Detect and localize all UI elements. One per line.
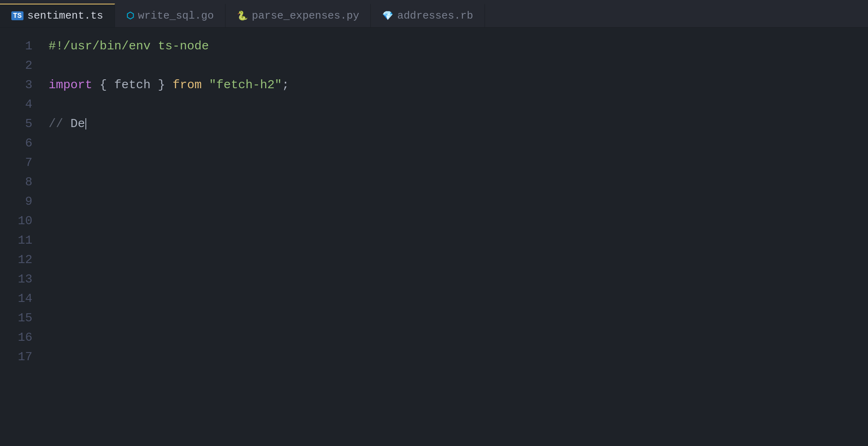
space2 [107, 75, 114, 95]
go-icon: ⬡ [126, 11, 134, 21]
code-line-11 [49, 231, 860, 250]
rb-icon: 💎 [382, 11, 393, 21]
tab-label-write-sql-go: write_sql.go [138, 10, 214, 22]
line-numbers: 1 2 3 4 5 6 7 8 9 10 11 12 13 14 15 16 1… [0, 32, 40, 446]
code-line-6 [49, 134, 860, 153]
code-line-5: // De [49, 114, 860, 134]
py-icon: 🐍 [237, 11, 248, 21]
tab-write-sql-go[interactable]: ⬡ write_sql.go [115, 4, 226, 27]
line-num-17: 17 [16, 347, 32, 367]
line-num-4: 4 [16, 95, 32, 114]
from-keyword: from [172, 75, 202, 95]
space4 [165, 75, 172, 95]
text-cursor [85, 118, 86, 130]
tab-label-parse-expenses-py: parse_expenses.py [252, 10, 359, 22]
shebang-token: #!/usr/bin/env ts-node [49, 36, 209, 56]
code-line-3: import { fetch } from "fetch-h2" ; [49, 75, 860, 95]
code-line-14 [49, 289, 860, 308]
tab-sentiment-ts[interactable]: TS sentiment.ts [0, 4, 115, 27]
open-brace: { [100, 75, 107, 95]
code-line-10 [49, 211, 860, 231]
line-num-1: 1 [16, 36, 32, 56]
line-num-14: 14 [16, 289, 32, 308]
close-brace: } [158, 75, 165, 95]
line-num-11: 11 [16, 231, 32, 250]
import-string: "fetch-h2" [209, 75, 282, 95]
fetch-identifier: fetch [114, 75, 151, 95]
comment-text: De [63, 114, 85, 134]
line-num-3: 3 [16, 75, 32, 95]
code-content[interactable]: #!/usr/bin/env ts-node import { fetch } … [40, 32, 868, 446]
line-num-15: 15 [16, 308, 32, 328]
space5 [202, 75, 209, 95]
line-num-6: 6 [16, 134, 32, 153]
code-area[interactable]: 1 2 3 4 5 6 7 8 9 10 11 12 13 14 15 16 1… [0, 28, 868, 446]
line-num-13: 13 [16, 270, 32, 289]
editor-container: TS sentiment.ts ⬡ write_sql.go 🐍 parse_e… [0, 0, 868, 446]
line-num-10: 10 [16, 211, 32, 231]
code-line-17 [49, 347, 860, 367]
line-num-16: 16 [16, 328, 32, 347]
code-line-7 [49, 153, 860, 172]
code-line-16 [49, 328, 860, 347]
line-num-8: 8 [16, 172, 32, 192]
line-num-7: 7 [16, 153, 32, 172]
code-line-12 [49, 250, 860, 270]
semicolon: ; [282, 75, 289, 95]
line-num-9: 9 [16, 192, 32, 211]
tab-label-sentiment-ts: sentiment.ts [28, 10, 103, 22]
import-keyword: import [49, 75, 92, 95]
space1 [92, 75, 100, 95]
code-line-2 [49, 56, 860, 75]
line-num-2: 2 [16, 56, 32, 75]
space3 [151, 75, 158, 95]
code-line-15 [49, 308, 860, 328]
tab-addresses-rb[interactable]: 💎 addresses.rb [371, 4, 485, 27]
ts-icon: TS [11, 11, 23, 20]
tab-bar: TS sentiment.ts ⬡ write_sql.go 🐍 parse_e… [0, 0, 868, 28]
tab-parse-expenses-py[interactable]: 🐍 parse_expenses.py [226, 4, 371, 27]
line-num-12: 12 [16, 250, 32, 270]
comment-slashes: // [49, 114, 63, 134]
line-num-5: 5 [16, 114, 32, 134]
code-line-1: #!/usr/bin/env ts-node [49, 36, 860, 56]
code-line-8 [49, 172, 860, 192]
code-line-9 [49, 192, 860, 211]
tab-label-addresses-rb: addresses.rb [397, 10, 473, 22]
code-line-13 [49, 270, 860, 289]
code-line-4 [49, 95, 860, 114]
